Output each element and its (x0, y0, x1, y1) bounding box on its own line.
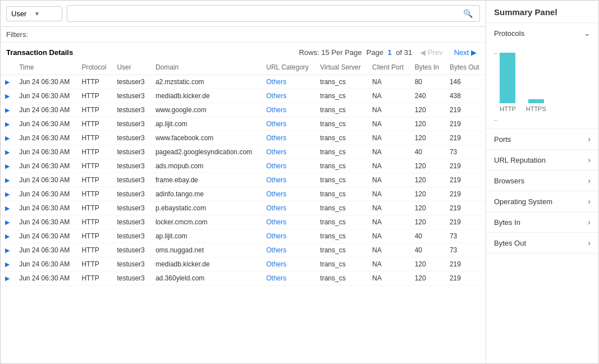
cell-8: 219 (445, 117, 486, 131)
cell-7: 120 (410, 201, 445, 215)
row-expander[interactable]: ▶ (1, 201, 15, 215)
table-row[interactable]: ▶Jun 24 06:30 AMHTTPtestuser3www.faceboo… (1, 131, 486, 145)
row-expander[interactable]: ▶ (1, 229, 15, 243)
col-url-category: URL Category (262, 60, 315, 75)
row-expander[interactable]: ▶ (1, 215, 15, 229)
protocols-section-header[interactable]: Protocols ⌄ (486, 23, 598, 43)
cell-2: testuser3 (112, 89, 151, 103)
table-row[interactable]: ▶Jun 24 06:30 AMHTTPtestuser3adinfo.tang… (1, 187, 486, 201)
table-row[interactable]: ▶Jun 24 06:30 AMHTTPtestuser3a2.mzstatic… (1, 75, 486, 89)
next-button[interactable]: Next ▶ (451, 47, 480, 58)
cell-6: NA (368, 201, 410, 215)
cell-2: testuser3 (112, 103, 151, 117)
row-expander[interactable]: ▶ (1, 103, 15, 117)
operating-system-label: Operating System (494, 197, 552, 206)
ports-chevron-icon: › (588, 135, 591, 144)
bytes-out-section-header[interactable]: Bytes Out › (486, 233, 598, 253)
table-row[interactable]: ▶Jun 24 06:30 AMHTTPtestuser3ads.mopub.c… (1, 159, 486, 173)
table-row[interactable]: ▶Jun 24 06:30 AMHTTPtestuser3pagead2.goo… (1, 145, 486, 159)
search-button[interactable]: 🔍 (461, 8, 475, 19)
search-input[interactable] (72, 10, 461, 18)
cell-2: testuser3 (112, 257, 151, 271)
cell-8: 219 (445, 187, 486, 201)
rows-info: Rows: 15 Per Page (299, 48, 362, 57)
cell-1: HTTP (77, 215, 112, 229)
cell-3: ad.360yield.com (151, 271, 262, 285)
cell-5: trans_cs (315, 159, 368, 173)
table-row[interactable]: ▶Jun 24 06:30 AMHTTPtestuser3mediadb.kic… (1, 257, 486, 271)
cell-2: testuser3 (112, 131, 151, 145)
cell-virtual-server: Others (262, 271, 315, 285)
operating-system-section: Operating System › (486, 191, 598, 212)
cell-3: locker.cmcm.com (151, 215, 262, 229)
row-expander[interactable]: ▶ (1, 131, 15, 145)
table-row[interactable]: ▶Jun 24 06:30 AMHTTPtestuser3ap.lijit.co… (1, 117, 486, 131)
http-bar-label: HTTP (500, 105, 516, 112)
cell-7: 120 (410, 159, 445, 173)
table-row[interactable]: ▶Jun 24 06:30 AMHTTPtestuser3ad.360yield… (1, 271, 486, 285)
cell-5: trans_cs (315, 173, 368, 187)
cell-3: p.ebaystatic.com (151, 201, 262, 215)
cell-5: trans_cs (315, 75, 368, 89)
cell-8: 219 (445, 159, 486, 173)
bytes-in-section-header[interactable]: Bytes In › (486, 212, 598, 232)
cell-virtual-server: Others (262, 229, 315, 243)
row-expander[interactable]: ▶ (1, 257, 15, 271)
cell-virtual-server: Others (262, 117, 315, 131)
row-expander[interactable]: ▶ (1, 173, 15, 187)
summary-panel-header: Summary Panel (486, 1, 598, 23)
row-expander[interactable]: ▶ (1, 271, 15, 285)
row-expander[interactable]: ▶ (1, 89, 15, 103)
operating-system-section-header[interactable]: Operating System › (486, 191, 598, 211)
cell-8: 219 (445, 103, 486, 117)
user-dropdown[interactable]: User ▼ (6, 6, 62, 21)
cell-7: 40 (410, 229, 445, 243)
cell-0: Jun 24 06:30 AM (15, 243, 77, 257)
browsers-chevron-icon: › (588, 176, 591, 185)
ports-section-header[interactable]: Ports › (486, 129, 598, 149)
browsers-section-header[interactable]: Browsers › (486, 171, 598, 191)
cell-7: 120 (410, 131, 445, 145)
cell-1: HTTP (77, 257, 112, 271)
page-info: Page 1 of 31 (367, 48, 413, 57)
row-expander[interactable]: ▶ (1, 145, 15, 159)
url-reputation-section: URL Reputation › (486, 150, 598, 171)
row-expander[interactable]: ▶ (1, 187, 15, 201)
table-row[interactable]: ▶Jun 24 06:30 AMHTTPtestuser3p.ebaystati… (1, 201, 486, 215)
cell-virtual-server: Others (262, 89, 315, 103)
url-reputation-section-header[interactable]: URL Reputation › (486, 150, 598, 170)
rows-label: Rows: (299, 48, 319, 57)
cell-virtual-server: Others (262, 159, 315, 173)
bytes-out-chevron-icon: › (588, 238, 591, 247)
row-expander[interactable]: ▶ (1, 75, 15, 89)
col-expander (1, 60, 15, 75)
table-row[interactable]: ▶Jun 24 06:30 AMHTTPtestuser3locker.cmcm… (1, 215, 486, 229)
cell-virtual-server: Others (262, 243, 315, 257)
table-row[interactable]: ▶Jun 24 06:30 AMHTTPtestuser3ap.lijit.co… (1, 229, 486, 243)
cell-6: NA (368, 89, 410, 103)
prev-button[interactable]: ◀ Prev (417, 47, 446, 58)
page-label: Page (367, 48, 383, 57)
transaction-header: Transaction Details Rows: 15 Per Page Pa… (1, 43, 486, 60)
cell-5: trans_cs (315, 145, 368, 159)
cell-2: testuser3 (112, 243, 151, 257)
row-expander[interactable]: ▶ (1, 243, 15, 257)
protocols-chart-area: _ HTTP HTTPS _ (486, 43, 598, 128)
row-expander[interactable]: ▶ (1, 117, 15, 131)
filters-label: Filters: (6, 30, 28, 39)
cell-6: NA (368, 257, 410, 271)
cell-1: HTTP (77, 187, 112, 201)
cell-5: trans_cs (315, 201, 368, 215)
cell-virtual-server: Others (262, 145, 315, 159)
cell-8: 438 (445, 89, 486, 103)
table-row[interactable]: ▶Jun 24 06:30 AMHTTPtestuser3frame.ebay.… (1, 173, 486, 187)
cell-5: trans_cs (315, 117, 368, 131)
browsers-label: Browsers (494, 177, 524, 185)
operating-system-chevron-icon: › (588, 197, 591, 206)
table-row[interactable]: ▶Jun 24 06:30 AMHTTPtestuser3mediadb.kic… (1, 89, 486, 103)
row-expander[interactable]: ▶ (1, 159, 15, 173)
cell-1: HTTP (77, 243, 112, 257)
cell-7: 120 (410, 173, 445, 187)
table-row[interactable]: ▶Jun 24 06:30 AMHTTPtestuser3www.google.… (1, 103, 486, 117)
table-row[interactable]: ▶Jun 24 06:30 AMHTTPtestuser3oms.nuggad.… (1, 243, 486, 257)
